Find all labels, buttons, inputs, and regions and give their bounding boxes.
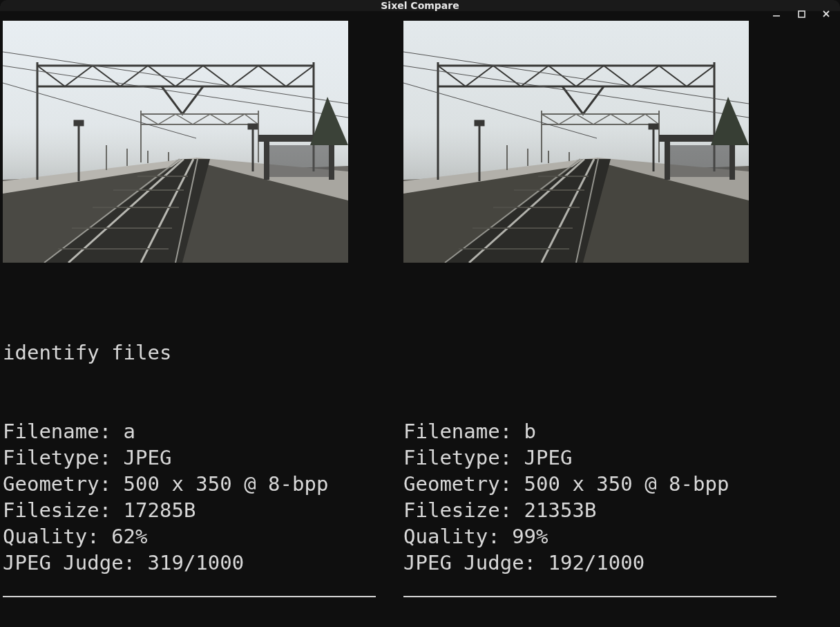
svg-rect-80 xyxy=(665,142,670,180)
filename-label: Filename: xyxy=(403,420,524,443)
quality-label: Quality: xyxy=(403,525,512,548)
filesize-label: Filesize: xyxy=(3,498,124,522)
close-icon xyxy=(822,10,830,18)
window-controls xyxy=(768,0,834,28)
titlebar: Sixel Compare xyxy=(0,0,840,11)
filesize-value: 21353B xyxy=(524,498,597,522)
right-underline xyxy=(403,596,776,597)
geometry-label: Geometry: xyxy=(403,472,524,496)
railway-image-b xyxy=(403,21,749,263)
quality-label: Quality: xyxy=(3,525,111,548)
geometry-value: 500 x 350 @ 8-bpp xyxy=(124,472,329,496)
filetype-label: Filetype: xyxy=(403,446,524,469)
judge-value: 319/1000 xyxy=(148,551,245,574)
judge-value: 192/1000 xyxy=(548,551,645,574)
terminal-viewport[interactable]: identify files Filename: a Filetype: JPE… xyxy=(0,11,840,627)
railway-image-a xyxy=(3,21,348,263)
filename-value: a xyxy=(124,420,135,443)
filename-label: Filename: xyxy=(3,420,124,443)
left-image xyxy=(3,21,348,263)
svg-rect-1 xyxy=(799,11,805,17)
close-button[interactable] xyxy=(818,6,834,22)
svg-rect-41 xyxy=(329,142,334,180)
geometry-value: 500 x 350 @ 8-bpp xyxy=(524,472,729,496)
svg-rect-34 xyxy=(249,124,257,129)
minimize-icon xyxy=(772,10,781,18)
filetype-label: Filetype: xyxy=(3,446,124,469)
minimize-button[interactable] xyxy=(768,6,785,22)
right-image xyxy=(403,21,749,263)
filetype-value: JPEG xyxy=(124,446,172,469)
svg-rect-42 xyxy=(269,145,329,177)
svg-rect-81 xyxy=(729,142,735,180)
window-title: Sixel Compare xyxy=(381,0,459,11)
judge-label: JPEG Judge: xyxy=(403,551,548,574)
svg-rect-82 xyxy=(670,145,729,177)
terminal-text: identify files Filename: a Filetype: JPE… xyxy=(3,288,837,627)
filesize-label: Filesize: xyxy=(403,498,524,522)
images-row xyxy=(3,21,837,263)
quality-value: 62% xyxy=(111,525,147,548)
filename-value: b xyxy=(524,420,536,443)
right-column: Filename: b Filetype: JPEG Geometry: 500… xyxy=(403,419,804,597)
svg-rect-32 xyxy=(75,121,83,125)
app-window: Sixel Compare xyxy=(0,0,840,627)
maximize-icon xyxy=(798,10,805,18)
svg-rect-74 xyxy=(649,124,658,129)
quality-value: 99% xyxy=(512,525,548,548)
left-column: Filename: a Filetype: JPEG Geometry: 500… xyxy=(3,419,403,597)
geometry-label: Geometry: xyxy=(3,472,124,496)
header-line: identify files xyxy=(3,340,837,366)
columns: Filename: a Filetype: JPEG Geometry: 500… xyxy=(3,419,837,597)
left-underline xyxy=(3,596,376,597)
judge-label: JPEG Judge: xyxy=(3,551,148,574)
svg-rect-72 xyxy=(475,121,484,125)
filesize-value: 17285B xyxy=(124,498,196,522)
maximize-button[interactable] xyxy=(793,6,810,22)
svg-rect-40 xyxy=(264,142,269,180)
filetype-value: JPEG xyxy=(524,446,573,469)
